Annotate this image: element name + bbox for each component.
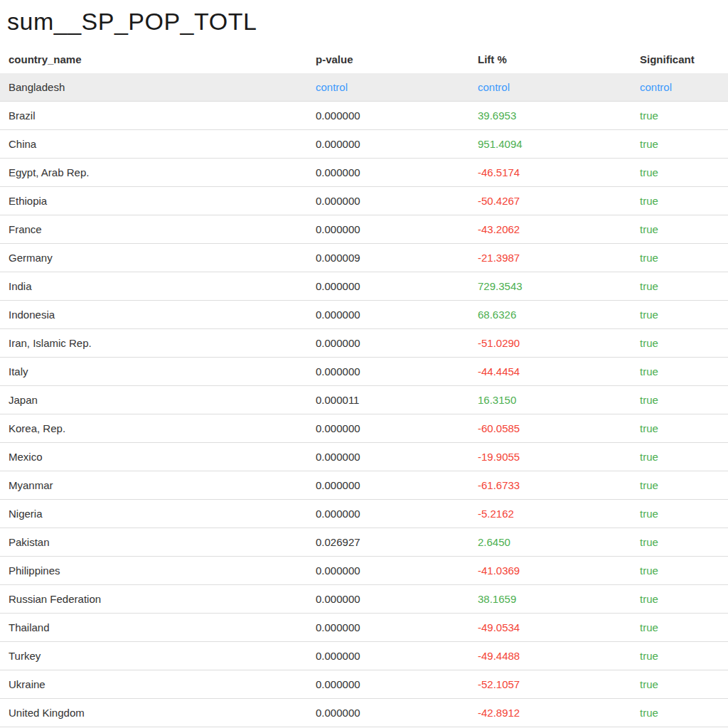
column-header-country-name: country_name bbox=[0, 46, 307, 73]
country-cell: Myanmar bbox=[0, 471, 307, 500]
lift-cell: -49.4488 bbox=[469, 642, 631, 670]
lift-cell: -52.1057 bbox=[469, 670, 631, 699]
control-link[interactable]: control bbox=[316, 81, 348, 93]
table-body: BangladeshcontrolcontrolcontrolBrazil0.0… bbox=[0, 73, 728, 727]
lift-cell: -41.0369 bbox=[469, 557, 631, 585]
significant-cell: true bbox=[631, 528, 728, 557]
lift-cell: -60.0585 bbox=[469, 414, 631, 443]
significant-cell: true bbox=[631, 414, 728, 443]
lift-cell: -46.5174 bbox=[469, 159, 631, 187]
significant-cell: true bbox=[631, 215, 728, 244]
column-header-p-value: p-value bbox=[307, 46, 469, 73]
paired-ttest-table: country_name p-value Lift % Significant … bbox=[0, 46, 728, 727]
significant-cell: true bbox=[631, 642, 728, 670]
p-value-cell: 0.000000 bbox=[307, 557, 469, 585]
significant-cell: true bbox=[631, 585, 728, 614]
significant-cell: true bbox=[631, 272, 728, 301]
lift-cell: -61.6733 bbox=[469, 471, 631, 500]
country-cell: Pakistan bbox=[0, 528, 307, 557]
country-cell: Indonesia bbox=[0, 301, 307, 329]
country-cell: France bbox=[0, 215, 307, 244]
country-cell: Bangladesh bbox=[0, 73, 307, 102]
country-cell: Philippines bbox=[0, 557, 307, 585]
country-cell: Brazil bbox=[0, 102, 307, 130]
country-cell: Thailand bbox=[0, 614, 307, 642]
lift-cell: 38.1659 bbox=[469, 585, 631, 614]
country-cell: Ethiopia bbox=[0, 187, 307, 215]
significant-cell: control bbox=[631, 73, 728, 102]
table-row: Brazil0.00000039.6953true bbox=[0, 102, 728, 130]
table-row: Japan0.00001116.3150true bbox=[0, 386, 728, 414]
lift-cell: -49.0534 bbox=[469, 614, 631, 642]
country-cell: Egypt, Arab Rep. bbox=[0, 159, 307, 187]
p-value-cell: 0.000000 bbox=[307, 187, 469, 215]
table-row: Korea, Rep.0.000000-60.0585true bbox=[0, 414, 728, 443]
country-cell: Nigeria bbox=[0, 500, 307, 528]
country-cell: Ukraine bbox=[0, 670, 307, 699]
significant-cell: true bbox=[631, 443, 728, 471]
p-value-cell: 0.000000 bbox=[307, 272, 469, 301]
table-row: China0.000000951.4094true bbox=[0, 130, 728, 159]
column-header-significant: Significant bbox=[631, 46, 728, 73]
p-value-cell: control bbox=[307, 73, 469, 102]
significant-cell: true bbox=[631, 358, 728, 386]
table-row: Ethiopia0.000000-50.4267true bbox=[0, 187, 728, 215]
table-row: Nigeria0.000000-5.2162true bbox=[0, 500, 728, 528]
control-link[interactable]: control bbox=[478, 81, 510, 93]
significant-cell: true bbox=[631, 329, 728, 358]
lift-cell: 39.6953 bbox=[469, 102, 631, 130]
significant-cell: true bbox=[631, 699, 728, 727]
p-value-cell: 0.000000 bbox=[307, 699, 469, 727]
table-row: Turkey0.000000-49.4488true bbox=[0, 642, 728, 670]
country-cell: Mexico bbox=[0, 443, 307, 471]
country-cell: Germany bbox=[0, 244, 307, 272]
column-header-lift-percent: Lift % bbox=[469, 46, 631, 73]
table-row: Ukraine0.000000-52.1057true bbox=[0, 670, 728, 699]
p-value-cell: 0.000011 bbox=[307, 386, 469, 414]
table-header: country_name p-value Lift % Significant bbox=[0, 46, 728, 73]
table-row-control: Bangladeshcontrolcontrolcontrol bbox=[0, 73, 728, 102]
significant-cell: true bbox=[631, 471, 728, 500]
p-value-cell: 0.000000 bbox=[307, 358, 469, 386]
lift-cell: 729.3543 bbox=[469, 272, 631, 301]
p-value-cell: 0.000000 bbox=[307, 642, 469, 670]
lift-cell: 68.6326 bbox=[469, 301, 631, 329]
table-row: Italy0.000000-44.4454true bbox=[0, 358, 728, 386]
lift-cell: -51.0290 bbox=[469, 329, 631, 358]
control-link[interactable]: control bbox=[640, 81, 672, 93]
significant-cell: true bbox=[631, 500, 728, 528]
table-row: Indonesia0.00000068.6326true bbox=[0, 301, 728, 329]
lift-cell: 16.3150 bbox=[469, 386, 631, 414]
significant-cell: true bbox=[631, 130, 728, 159]
p-value-cell: 0.000000 bbox=[307, 130, 469, 159]
lift-cell: 951.4094 bbox=[469, 130, 631, 159]
country-cell: Turkey bbox=[0, 642, 307, 670]
significant-cell: true bbox=[631, 159, 728, 187]
table-row: Iran, Islamic Rep.0.000000-51.0290true bbox=[0, 329, 728, 358]
country-cell: India bbox=[0, 272, 307, 301]
lift-cell: -5.2162 bbox=[469, 500, 631, 528]
p-value-cell: 0.000009 bbox=[307, 244, 469, 272]
lift-cell: -43.2062 bbox=[469, 215, 631, 244]
p-value-cell: 0.000000 bbox=[307, 471, 469, 500]
p-value-cell: 0.000000 bbox=[307, 215, 469, 244]
table-row: France0.000000-43.2062true bbox=[0, 215, 728, 244]
page: sum__SP_POP_TOTL country_name p-value Li… bbox=[0, 7, 728, 728]
p-value-cell: 0.000000 bbox=[307, 301, 469, 329]
significant-cell: true bbox=[631, 244, 728, 272]
table-row: Philippines0.000000-41.0369true bbox=[0, 557, 728, 585]
lift-cell: -50.4267 bbox=[469, 187, 631, 215]
country-cell: Russian Federation bbox=[0, 585, 307, 614]
significant-cell: true bbox=[631, 614, 728, 642]
table-row: India0.000000729.3543true bbox=[0, 272, 728, 301]
p-value-cell: 0.000000 bbox=[307, 102, 469, 130]
table-row: Thailand0.000000-49.0534true bbox=[0, 614, 728, 642]
header-row: country_name p-value Lift % Significant bbox=[0, 46, 728, 73]
country-cell: Iran, Islamic Rep. bbox=[0, 329, 307, 358]
significant-cell: true bbox=[631, 557, 728, 585]
significant-cell: true bbox=[631, 102, 728, 130]
lift-cell: -19.9055 bbox=[469, 443, 631, 471]
country-cell: Japan bbox=[0, 386, 307, 414]
page-title: sum__SP_POP_TOTL bbox=[7, 7, 721, 36]
table-row: Pakistan0.0269272.6450true bbox=[0, 528, 728, 557]
